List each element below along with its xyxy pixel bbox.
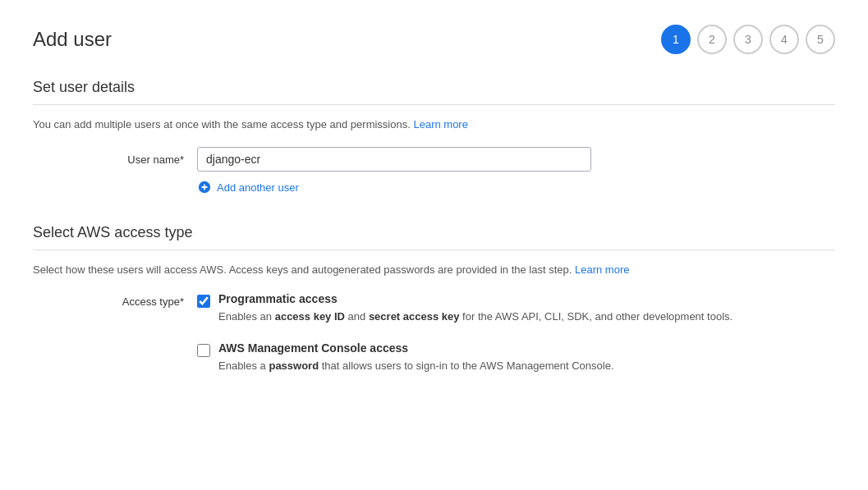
- programmatic-access-content: Programmatic access Enables an access ke…: [218, 292, 733, 325]
- step-4[interactable]: 4: [769, 25, 799, 54]
- step-indicators: 1 2 3 4 5: [661, 25, 835, 54]
- programmatic-access-checkbox[interactable]: [197, 295, 210, 308]
- access-type-label: Access type*: [33, 292, 197, 308]
- access-type-description: Select how these users will access AWS. …: [33, 263, 835, 276]
- set-user-details-description: You can add multiple users at once with …: [33, 118, 835, 131]
- set-user-details-title: Set user details: [33, 79, 835, 105]
- console-access-title: AWS Management Console access: [218, 341, 614, 355]
- set-user-details-learn-more-link[interactable]: Learn more: [413, 118, 467, 131]
- programmatic-access-description: Enables an access key ID and secret acce…: [218, 309, 733, 325]
- access-type-section: Select AWS access type Select how these …: [33, 224, 835, 390]
- username-row: User name* Add another user: [33, 147, 835, 195]
- page-title: Add user: [33, 28, 112, 51]
- step-1[interactable]: 1: [661, 25, 691, 54]
- console-access-checkbox[interactable]: [197, 344, 210, 357]
- set-user-details-section: Set user details You can add multiple us…: [33, 79, 835, 195]
- console-access-description: Enables a password that allows users to …: [218, 358, 614, 374]
- add-another-user-button[interactable]: Add another user: [197, 180, 591, 195]
- step-3[interactable]: 3: [733, 25, 763, 54]
- step-5[interactable]: 5: [806, 25, 835, 54]
- step-2[interactable]: 2: [697, 25, 727, 54]
- plus-circle-icon: [197, 180, 212, 195]
- access-type-options: Programmatic access Enables an access ke…: [197, 292, 835, 390]
- console-access-content: AWS Management Console access Enables a …: [218, 341, 614, 374]
- console-access-option: AWS Management Console access Enables a …: [197, 341, 835, 374]
- page-header: Add user 1 2 3 4 5: [33, 25, 835, 54]
- access-type-learn-more-link[interactable]: Learn more: [575, 263, 629, 276]
- username-controls: Add another user: [197, 147, 591, 195]
- access-type-section-title: Select AWS access type: [33, 224, 835, 250]
- access-type-row: Access type* Programmatic access Enables…: [33, 292, 835, 390]
- programmatic-access-title: Programmatic access: [218, 292, 733, 305]
- username-label: User name*: [33, 147, 197, 166]
- username-input[interactable]: [197, 147, 591, 172]
- programmatic-access-option: Programmatic access Enables an access ke…: [197, 292, 835, 325]
